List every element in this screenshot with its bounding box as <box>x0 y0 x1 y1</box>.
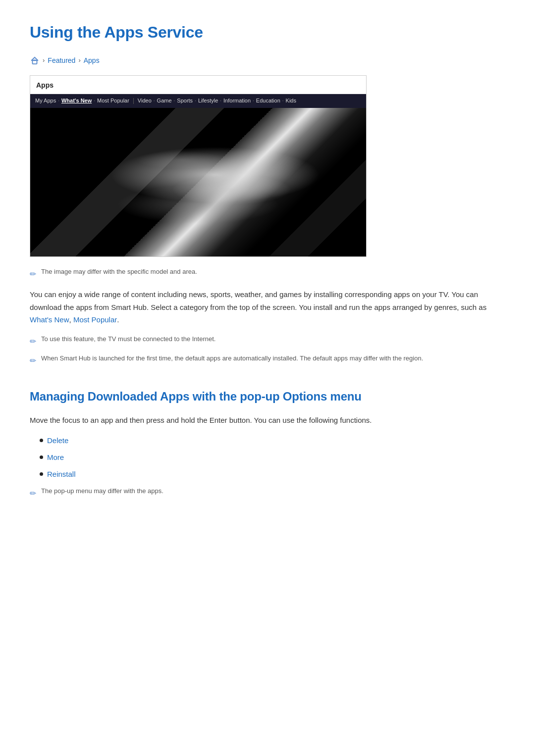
delete-link[interactable]: Delete <box>47 435 68 447</box>
whats-new-link[interactable]: What's New <box>30 315 69 324</box>
svg-point-1 <box>33 59 36 61</box>
pencil-icon-4: ✏ <box>30 487 36 500</box>
nav-sep-3: · <box>154 97 155 105</box>
apps-box-title: Apps <box>30 76 366 94</box>
pencil-icon-1: ✏ <box>30 268 36 281</box>
note-text-2: When Smart Hub is launched for the first… <box>41 353 423 364</box>
nav-sep-5: · <box>195 97 196 105</box>
list-item-delete: Delete <box>40 435 505 447</box>
nav-sep-6: · <box>220 97 221 105</box>
pencil-icon-3: ✏ <box>30 354 36 367</box>
bullet-dot-2 <box>40 455 43 459</box>
nav-game[interactable]: Game <box>157 97 172 105</box>
breadcrumb: › Featured › Apps <box>30 55 505 66</box>
reinstall-link[interactable]: Reinstall <box>47 468 76 480</box>
bullet-list: Delete More Reinstall <box>40 435 505 480</box>
nav-sports[interactable]: Sports <box>177 97 193 105</box>
body-text-mid: , <box>69 315 73 324</box>
apps-box: Apps My Apps · What's New · Most Popular… <box>30 75 367 257</box>
nav-my-apps[interactable]: My Apps <box>35 97 56 105</box>
note-line-2: ✏ When Smart Hub is launched for the fir… <box>30 353 505 367</box>
nav-whats-new[interactable]: What's New <box>61 97 92 105</box>
nav-lifestyle[interactable]: Lifestyle <box>198 97 218 105</box>
nav-sep-4: · <box>174 97 175 105</box>
image-note-line: ✏ The image may differ with the specific… <box>30 267 505 281</box>
nav-sep-2: · <box>94 97 95 105</box>
popup-note-text: The pop-up menu may differ with the apps… <box>41 486 163 497</box>
list-item-more: More <box>40 452 505 463</box>
note-text-1: To use this feature, the TV must be conn… <box>41 334 215 345</box>
nav-sep-1: · <box>58 97 59 105</box>
apps-screenshot <box>30 108 366 256</box>
screenshot-overlay <box>30 108 366 256</box>
home-icon <box>30 55 40 65</box>
bullet-dot-1 <box>40 439 43 442</box>
screenshot-background <box>30 108 366 256</box>
breadcrumb-link-apps[interactable]: Apps <box>84 55 100 66</box>
body-text-start: You can enjoy a wide range of content in… <box>30 290 486 311</box>
bullet-dot-3 <box>40 472 43 476</box>
most-popular-link[interactable]: Most Popular <box>73 315 117 324</box>
nav-most-popular[interactable]: Most Popular <box>97 97 129 105</box>
nav-video[interactable]: Video <box>138 97 152 105</box>
page-title: Using the Apps Service <box>30 20 505 45</box>
note-line-1: ✏ To use this feature, the TV must be co… <box>30 334 505 348</box>
nav-sep-8: · <box>282 97 284 105</box>
image-note-text: The image may differ with the specific m… <box>41 267 197 277</box>
nav-information[interactable]: Information <box>223 97 251 105</box>
nav-sep-7: · <box>253 97 254 105</box>
apps-nav-bar[interactable]: My Apps · What's New · Most Popular Vide… <box>30 94 366 108</box>
more-link[interactable]: More <box>47 452 64 463</box>
nav-divider <box>133 98 134 104</box>
list-item-reinstall: Reinstall <box>40 468 505 480</box>
pencil-icon-2: ✏ <box>30 335 36 348</box>
nav-kids[interactable]: Kids <box>286 97 296 105</box>
note-line-3: ✏ The pop-up menu may differ with the ap… <box>30 486 505 500</box>
breadcrumb-link-featured[interactable]: Featured <box>48 55 75 66</box>
section2-title: Managing Downloaded Apps with the pop-up… <box>30 387 505 406</box>
body-paragraph: You can enjoy a wide range of content in… <box>30 288 505 326</box>
body-text-end: . <box>117 315 119 324</box>
nav-education[interactable]: Education <box>256 97 280 105</box>
section2-intro: Move the focus to an app and then press … <box>30 414 505 427</box>
breadcrumb-separator-2: › <box>78 55 80 66</box>
breadcrumb-separator-1: › <box>43 55 45 66</box>
